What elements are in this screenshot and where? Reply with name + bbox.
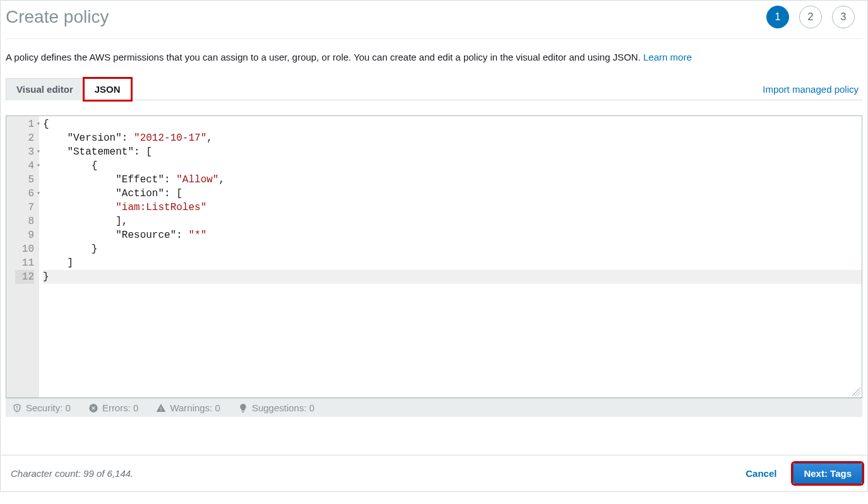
code-line[interactable]: "iam:ListRoles" — [43, 201, 862, 214]
wizard-steps: 1 2 3 — [766, 6, 862, 28]
code-line[interactable]: "Statement": [ — [43, 145, 862, 159]
page-title: Create policy — [6, 7, 109, 27]
line-number: 3▾ — [15, 145, 34, 159]
code-line[interactable]: "Resource": "*" — [43, 228, 862, 242]
step-1[interactable]: 1 — [766, 6, 789, 28]
line-number: 2 — [15, 131, 34, 145]
line-number: 5 — [15, 173, 34, 187]
fold-icon[interactable]: ▾ — [37, 117, 40, 131]
fold-icon[interactable]: ▾ — [37, 159, 40, 173]
line-number: 8 — [15, 214, 34, 228]
code-line[interactable]: ], — [43, 214, 862, 228]
next-tags-button[interactable]: Next: Tags — [793, 463, 862, 484]
fold-icon[interactable]: ▾ — [37, 145, 40, 159]
tab-json[interactable]: JSON — [84, 78, 131, 100]
resize-handle-icon[interactable] — [852, 387, 860, 396]
code-line[interactable]: "Action": [ — [43, 187, 862, 201]
status-suggestions[interactable]: Suggestions: 0 — [238, 402, 314, 413]
code-line[interactable]: "Version": "2012-10-17", — [43, 131, 862, 145]
json-editor[interactable]: 1▾23▾4▾56▾789101112 { "Version": "2012-1… — [6, 115, 862, 398]
fold-icon[interactable]: ▾ — [37, 187, 40, 201]
validation-status-bar: Security: 0 Errors: 0 Warnings: 0 Sugges… — [6, 398, 862, 417]
status-warnings[interactable]: Warnings: 0 — [156, 402, 220, 413]
tab-visual-editor[interactable]: Visual editor — [6, 78, 84, 100]
line-number: 10 — [15, 242, 34, 256]
status-errors[interactable]: Errors: 0 — [88, 402, 139, 413]
cancel-button[interactable]: Cancel — [742, 467, 780, 479]
line-number: 12 — [15, 270, 34, 284]
status-security[interactable]: Security: 0 — [12, 402, 71, 413]
code-line[interactable]: ] — [43, 256, 862, 270]
line-number: 7 — [15, 201, 34, 214]
code-line[interactable]: { — [43, 159, 862, 173]
line-number: 4▾ — [15, 159, 34, 173]
learn-more-link[interactable]: Learn more — [643, 52, 692, 62]
step-2[interactable]: 2 — [799, 6, 822, 28]
line-number: 11 — [15, 256, 34, 270]
code-line[interactable]: { — [43, 117, 862, 131]
policy-description: A policy defines the AWS permissions tha… — [6, 52, 862, 62]
policy-description-text: A policy defines the AWS permissions tha… — [6, 52, 643, 62]
line-number: 1▾ — [15, 117, 34, 131]
line-number: 9 — [15, 228, 34, 242]
import-managed-policy-link[interactable]: Import managed policy — [763, 84, 862, 100]
code-line[interactable]: } — [43, 242, 862, 256]
step-3[interactable]: 3 — [832, 6, 855, 28]
line-number: 6▾ — [15, 187, 34, 201]
shield-icon — [12, 403, 22, 413]
code-line[interactable]: } — [43, 270, 862, 284]
character-count: Character count: 99 of 6,144. — [11, 468, 133, 479]
warning-icon — [156, 403, 166, 413]
error-icon — [88, 403, 98, 413]
code-line[interactable]: "Effect": "Allow", — [43, 173, 862, 187]
suggestion-icon — [238, 403, 248, 413]
